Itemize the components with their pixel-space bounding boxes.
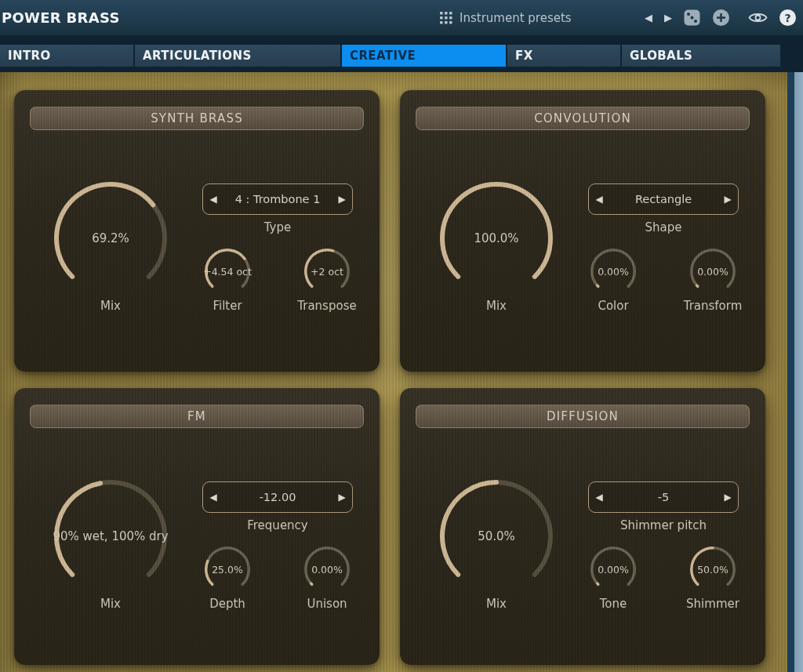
titlebar: POWER BRASS Instrument presets ◀ ▶ <box>0 0 803 35</box>
knob-label: Tone <box>566 597 660 611</box>
knob-value: 0.00% <box>590 248 637 295</box>
panel-diffusion: DIFFUSION 50.0% Mix ◀ -5 ▶ Shimmer pitch… <box>400 388 765 665</box>
mix-knob[interactable]: 90% wet, 100% dry <box>53 479 168 594</box>
knob-value: 69.2% <box>53 181 168 296</box>
prev-arrow-icon[interactable]: ◀ <box>203 194 223 205</box>
transform-knob[interactable]: 0.00% <box>689 248 736 295</box>
presets-label: Instrument presets <box>460 11 572 25</box>
knob-label: Mix <box>434 597 559 611</box>
tone-knob[interactable]: 0.00% <box>590 546 637 593</box>
app-title: POWER BRASS <box>2 0 120 35</box>
plus-circle-icon <box>712 9 730 27</box>
visibility-button[interactable] <box>748 11 768 24</box>
knob-label: Shimmer <box>666 597 760 611</box>
next-arrow-icon[interactable]: ▶ <box>718 194 738 205</box>
creative-page: SYNTH BRASS 69.2% Mix ◀ 4 : Trombone 1 ▶… <box>0 72 787 672</box>
add-preset-button[interactable] <box>712 9 730 27</box>
tab-articulations[interactable]: ARTICULATIONS <box>135 45 340 67</box>
next-arrow-icon[interactable]: ▶ <box>718 492 738 503</box>
shimmer-pitch-dropdown[interactable]: ◀ -5 ▶ <box>588 481 739 513</box>
panel-title: DIFFUSION <box>416 405 750 428</box>
knob-label: Transform <box>666 299 760 313</box>
knob-value: 0.00% <box>303 546 351 593</box>
knob-label: Mix <box>48 597 173 611</box>
knob-value: 100.0% <box>439 181 554 296</box>
random-preset-button[interactable] <box>684 9 700 26</box>
help-button[interactable]: ? <box>779 9 796 26</box>
dropdown-label: Type <box>202 220 353 234</box>
knob-value: +2 oct <box>303 248 351 295</box>
panel-title: CONVOLUTION <box>416 107 750 130</box>
tab-bar: INTRO ARTICULATIONS CREATIVE FX GLOBALS <box>0 35 803 72</box>
panel-title: FM <box>30 405 364 428</box>
knob-label: Transpose <box>280 299 374 313</box>
presets-grid-icon <box>440 12 452 24</box>
knob-label: Filter <box>180 299 274 313</box>
prev-preset-button[interactable]: ◀ <box>645 0 652 35</box>
knob-value: 0.00% <box>689 248 736 295</box>
prev-arrow-icon[interactable]: ◀ <box>589 194 609 205</box>
type-dropdown[interactable]: ◀ 4 : Trombone 1 ▶ <box>202 183 353 215</box>
scrollbar-thumb[interactable] <box>794 72 803 672</box>
color-knob[interactable]: 0.00% <box>590 248 637 295</box>
depth-knob[interactable]: 25.0% <box>204 546 251 593</box>
knob-label: Mix <box>434 299 559 313</box>
dropdown-value: -12.00 <box>223 491 332 503</box>
shape-dropdown[interactable]: ◀ Rectangle ▶ <box>588 183 739 215</box>
knob-value: 90% wet, 100% dry <box>53 479 168 594</box>
next-arrow-icon[interactable]: ▶ <box>332 492 352 503</box>
mix-knob[interactable]: 69.2% <box>53 181 168 296</box>
knob-label: Depth <box>180 597 274 611</box>
preset-menu-button[interactable]: Instrument presets <box>440 0 572 35</box>
transpose-knob[interactable]: +2 oct <box>303 248 351 295</box>
dropdown-label: Shape <box>588 220 739 234</box>
knob-value: 50.0% <box>689 546 736 593</box>
question-mark-icon: ? <box>784 12 790 24</box>
knob-label: Unison <box>280 597 374 611</box>
tab-intro[interactable]: INTRO <box>0 45 133 67</box>
next-arrow-icon[interactable]: ▶ <box>332 194 352 205</box>
shimmer-knob[interactable]: 50.0% <box>689 546 736 593</box>
dropdown-label: Frequency <box>202 518 353 532</box>
panel-convolution: CONVOLUTION 100.0% Mix ◀ Rectangle ▶ Sha… <box>400 90 765 372</box>
unison-knob[interactable]: 0.00% <box>303 546 351 593</box>
scrollbar-track[interactable] <box>787 72 794 672</box>
knob-value: 25.0% <box>204 546 251 593</box>
frequency-dropdown[interactable]: ◀ -12.00 ▶ <box>202 481 353 513</box>
tab-creative[interactable]: CREATIVE <box>342 45 506 67</box>
mix-knob[interactable]: 100.0% <box>439 181 554 296</box>
next-preset-button[interactable]: ▶ <box>664 0 672 35</box>
dropdown-value: 4 : Trombone 1 <box>223 193 332 205</box>
tab-globals[interactable]: GLOBALS <box>622 45 780 67</box>
dropdown-value: -5 <box>609 491 718 503</box>
eye-icon <box>748 11 768 24</box>
knob-label: Color <box>566 299 660 313</box>
prev-arrow-icon[interactable]: ◀ <box>203 492 223 503</box>
mix-knob[interactable]: 50.0% <box>439 479 554 594</box>
knob-value: 50.0% <box>439 479 554 594</box>
knob-value: +4.54 oct <box>204 248 251 295</box>
knob-value: 0.00% <box>590 546 637 593</box>
dropdown-label: Shimmer pitch <box>588 518 739 532</box>
tab-fx[interactable]: FX <box>507 45 620 67</box>
knob-label: Mix <box>48 299 173 313</box>
panel-fm: FM 90% wet, 100% dry Mix ◀ -12.00 ▶ Freq… <box>14 388 380 665</box>
panel-synth-brass: SYNTH BRASS 69.2% Mix ◀ 4 : Trombone 1 ▶… <box>14 90 380 372</box>
filter-knob[interactable]: +4.54 oct <box>204 248 251 295</box>
prev-arrow-icon[interactable]: ◀ <box>589 492 609 503</box>
dice-icon <box>684 9 700 26</box>
panel-title: SYNTH BRASS <box>30 107 364 130</box>
dropdown-value: Rectangle <box>609 193 718 205</box>
